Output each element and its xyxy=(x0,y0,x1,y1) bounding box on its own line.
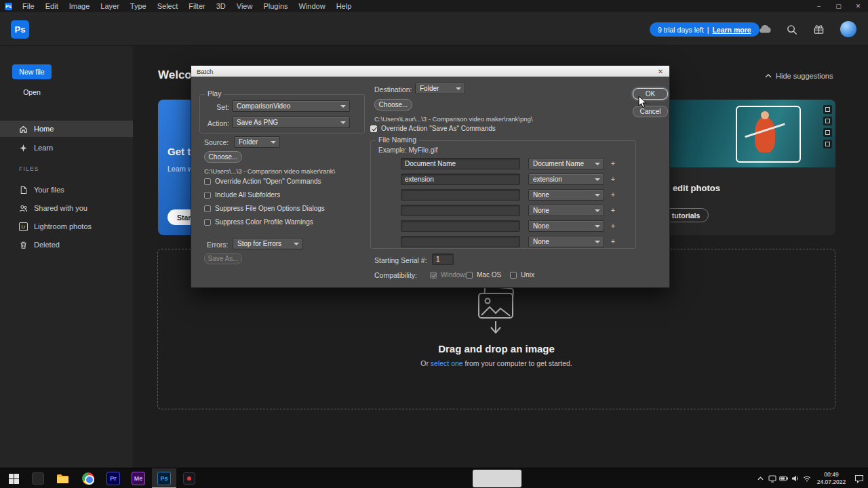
app-header: Ps 9 trial days left | Learn more xyxy=(0,12,868,46)
add-naming-token-button[interactable]: + xyxy=(609,236,617,247)
taskbar-chrome[interactable] xyxy=(76,468,100,488)
menu-select[interactable]: Select xyxy=(152,0,184,12)
menu-file[interactable]: File xyxy=(17,0,40,12)
naming-select-6[interactable]: None xyxy=(528,236,604,247)
avatar[interactable] xyxy=(840,21,856,37)
checkbox-box[interactable] xyxy=(204,178,211,185)
destination-select[interactable]: Folder xyxy=(415,83,465,94)
close-icon[interactable]: ✕ xyxy=(652,68,669,75)
minimize-button[interactable]: – xyxy=(809,0,829,12)
taskbar-photoshop[interactable]: Ps xyxy=(152,468,176,488)
starting-serial-label: Starting Serial #: xyxy=(374,255,427,266)
menu-edit[interactable]: Edit xyxy=(40,0,64,12)
menu-plugins[interactable]: Plugins xyxy=(258,0,293,12)
search-icon[interactable] xyxy=(784,23,799,35)
new-file-button[interactable]: New file xyxy=(12,64,52,79)
gift-icon[interactable] xyxy=(811,23,826,35)
dialog-titlebar[interactable]: Batch ✕ xyxy=(191,66,669,77)
select-one-link[interactable]: select one xyxy=(431,359,463,367)
errors-select[interactable]: Stop for Errors xyxy=(233,238,303,249)
play-group-label: Play xyxy=(205,89,224,98)
source-select[interactable]: Folder xyxy=(234,136,280,148)
taskbar-recorder-app[interactable] xyxy=(177,468,201,488)
naming-field-4[interactable] xyxy=(401,205,520,216)
naming-field-3[interactable] xyxy=(401,189,520,201)
image-stack-icon xyxy=(467,285,526,336)
taskbar-media-encoder[interactable]: Me xyxy=(126,468,151,488)
compat-unix-checkbox[interactable]: Unix xyxy=(510,271,534,279)
naming-select-2[interactable]: extension xyxy=(528,174,604,185)
tray-chevron-up-icon[interactable] xyxy=(755,468,766,488)
add-naming-token-button[interactable]: + xyxy=(609,174,617,185)
set-select[interactable]: ComparisonVideo xyxy=(232,100,350,112)
menu-filter[interactable]: Filter xyxy=(183,0,210,12)
sidebar-item-learn[interactable]: Learn xyxy=(0,140,133,156)
start-button[interactable] xyxy=(1,468,26,488)
sidebar-item-home[interactable]: Home xyxy=(0,121,133,137)
naming-select-1[interactable]: Document Name xyxy=(528,158,604,169)
checkbox-box[interactable] xyxy=(370,125,377,132)
suppress-open-dialogs-checkbox[interactable]: Suppress File Open Options Dialogs xyxy=(204,205,325,212)
sidebar-item-lightroom[interactable]: Lr Lightroom photos xyxy=(0,218,133,235)
tray-display-icon[interactable] xyxy=(766,468,778,488)
source-choose-button[interactable]: Choose... xyxy=(204,151,242,163)
destination-choose-button[interactable]: Choose... xyxy=(374,99,412,110)
naming-field-2[interactable] xyxy=(401,174,520,185)
menu-view[interactable]: View xyxy=(231,0,258,12)
checkbox-box[interactable] xyxy=(510,272,517,279)
add-naming-token-button[interactable]: + xyxy=(609,205,617,216)
action-center-icon[interactable] xyxy=(850,468,868,488)
sidebar-item-shared[interactable]: Shared with you xyxy=(0,200,133,216)
sidebar-item-label: Lightroom photos xyxy=(34,222,92,230)
compat-macos-checkbox[interactable]: Mac OS xyxy=(466,271,501,279)
menu-window[interactable]: Window xyxy=(294,0,331,12)
compat-windows-checkbox[interactable]: Windows xyxy=(430,271,469,279)
naming-select-5[interactable]: None xyxy=(528,220,604,232)
sidebar-item-your-files[interactable]: Your files xyxy=(0,182,133,198)
naming-field-6[interactable] xyxy=(401,236,520,247)
close-window-button[interactable]: ✕ xyxy=(848,0,868,12)
override-open-checkbox[interactable]: Override Action "Open" Commands xyxy=(204,178,321,185)
tray-battery-icon[interactable] xyxy=(778,468,789,488)
taskbar-file-explorer[interactable] xyxy=(50,468,75,488)
menu-layer[interactable]: Layer xyxy=(95,0,125,12)
naming-field-5[interactable] xyxy=(401,220,520,232)
action-select[interactable]: Save As PNG xyxy=(232,117,350,128)
save-as-button[interactable]: Save As... xyxy=(204,253,242,264)
learn-more-link[interactable]: Learn more xyxy=(712,26,751,34)
add-naming-token-button[interactable]: + xyxy=(609,189,617,201)
menu-3d[interactable]: 3D xyxy=(211,0,231,12)
tool-icon[interactable] xyxy=(823,105,832,114)
sidebar-item-deleted[interactable]: Deleted xyxy=(0,237,133,253)
tray-speaker-icon[interactable] xyxy=(789,468,801,488)
naming-field-1[interactable] xyxy=(401,158,520,169)
open-button[interactable]: Open xyxy=(12,85,52,99)
tray-network-icon[interactable] xyxy=(801,468,812,488)
suppress-color-warnings-checkbox[interactable]: Suppress Color Profile Warnings xyxy=(204,218,313,226)
maximize-button[interactable]: ▢ xyxy=(829,0,848,12)
menu-help[interactable]: Help xyxy=(331,0,357,12)
tool-icon[interactable] xyxy=(823,128,832,137)
tool-icon[interactable] xyxy=(823,117,832,125)
checkbox-box[interactable] xyxy=(204,205,211,212)
taskbar-clock[interactable]: 00:49 24.07.2022 xyxy=(812,471,850,486)
add-naming-token-button[interactable]: + xyxy=(609,220,617,232)
naming-select-3[interactable]: None xyxy=(528,189,604,201)
menu-type[interactable]: Type xyxy=(125,0,152,12)
include-subfolders-checkbox[interactable]: Include All Subfolders xyxy=(204,191,280,199)
tool-icon[interactable] xyxy=(823,140,832,148)
checkbox-box[interactable] xyxy=(204,219,211,226)
taskbar-premiere[interactable]: Pr xyxy=(101,468,125,488)
override-save-as-checkbox[interactable]: Override Action "Save As" Commands xyxy=(370,125,496,132)
naming-select-4[interactable]: None xyxy=(528,205,604,216)
cloud-sync-icon[interactable] xyxy=(757,23,772,35)
checkbox-box[interactable] xyxy=(204,192,211,199)
menu-image[interactable]: Image xyxy=(64,0,96,12)
starting-serial-input[interactable] xyxy=(432,253,454,265)
add-naming-token-button[interactable]: + xyxy=(609,158,617,169)
trial-badge[interactable]: 9 trial days left | Learn more xyxy=(650,22,760,37)
taskbar-pinned-app[interactable] xyxy=(26,468,50,488)
taskbar-open-item[interactable] xyxy=(473,470,521,487)
checkbox-box[interactable] xyxy=(466,272,473,279)
hide-suggestions-button[interactable]: Hide suggestions xyxy=(765,72,833,80)
